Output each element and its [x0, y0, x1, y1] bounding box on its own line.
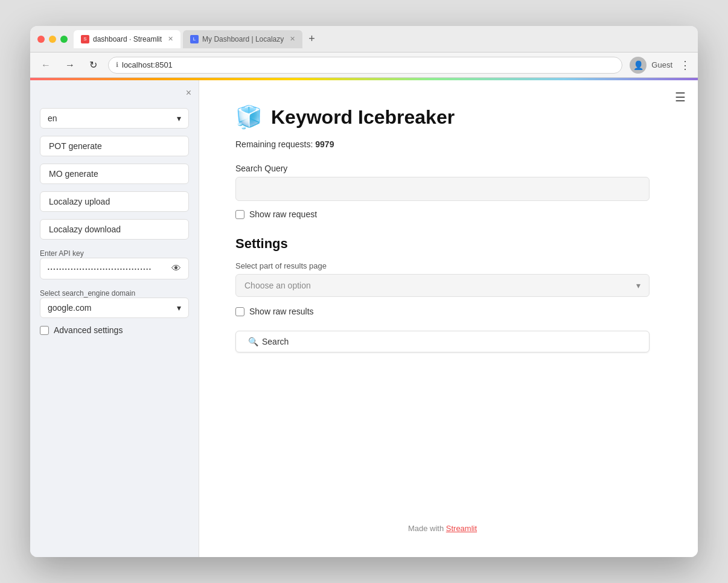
- search-query-label: Search Query: [235, 164, 650, 173]
- pot-generate-button[interactable]: POT generate: [40, 136, 189, 156]
- localazy-favicon: L: [190, 35, 199, 43]
- api-key-container: •••••••••••••••••••••••••••••••••••• 👁: [40, 258, 189, 279]
- new-tab-button[interactable]: +: [305, 33, 319, 45]
- footer-text: Made with: [408, 524, 444, 533]
- remaining-requests: Remaining requests: 9979: [235, 139, 650, 149]
- api-key-value: ••••••••••••••••••••••••••••••••••••: [48, 266, 152, 272]
- main-content: ☰ 🧊 Keyword Icebreaker Remaining request…: [199, 80, 698, 557]
- remaining-requests-prefix: Remaining requests:: [235, 139, 313, 149]
- language-value: en: [48, 113, 57, 123]
- show-raw-results-label: Show raw results: [249, 307, 314, 316]
- advanced-settings-checkbox[interactable]: [40, 326, 49, 335]
- choose-option-arrow-icon: ▾: [636, 281, 640, 290]
- domain-arrow-icon: ▾: [177, 303, 181, 313]
- localazy-upload-button[interactable]: Localazy upload: [40, 191, 189, 212]
- mo-generate-button[interactable]: MO generate: [40, 164, 189, 184]
- tab-localazy[interactable]: L My Dashboard | Localazy ✕: [183, 30, 302, 48]
- footer-link[interactable]: Streamlit: [446, 524, 477, 533]
- remaining-requests-value: 9979: [315, 139, 334, 149]
- advanced-settings-label: Advanced settings: [54, 325, 123, 335]
- domain-label: Select search_engine domain: [40, 289, 189, 298]
- streamlit-favicon: S: [81, 35, 89, 43]
- avatar: 👤: [630, 57, 647, 74]
- show-raw-results-checkbox[interactable]: [235, 307, 244, 316]
- minimize-traffic-light[interactable]: [49, 36, 56, 43]
- localazy-download-button[interactable]: Localazy download: [40, 219, 189, 240]
- language-arrow-icon: ▾: [177, 113, 181, 123]
- domain-select[interactable]: google.com ▾: [40, 298, 189, 318]
- show-raw-request-label: Show raw request: [249, 209, 317, 219]
- title-bar: S dashboard · Streamlit ✕ L My Dashboard…: [30, 26, 698, 53]
- back-button[interactable]: ←: [37, 59, 54, 72]
- profile-area: 👤 Guest: [630, 57, 672, 74]
- api-key-label: Enter API key: [40, 249, 189, 258]
- profile-label: Guest: [651, 60, 672, 69]
- forward-button[interactable]: →: [62, 59, 78, 72]
- search-query-input[interactable]: [235, 177, 650, 201]
- url-text: localhost:8501: [122, 60, 173, 69]
- page-title: Keyword Icebreaker: [271, 106, 455, 129]
- browser-menu-icon[interactable]: ⋮: [680, 59, 691, 72]
- reload-button[interactable]: ↻: [86, 58, 101, 72]
- show-raw-request-checkbox[interactable]: [235, 210, 244, 219]
- tab-localazy-label: My Dashboard | Localazy: [202, 35, 284, 43]
- api-key-section: Enter API key ••••••••••••••••••••••••••…: [40, 247, 189, 279]
- page-title-row: 🧊 Keyword Icebreaker: [235, 104, 650, 130]
- domain-section: Select search_engine domain google.com ▾: [40, 287, 189, 318]
- app-layout: × en ▾ POT generate MO generate Localazy…: [30, 80, 698, 557]
- eye-icon[interactable]: 👁: [171, 263, 181, 274]
- raw-request-row: Show raw request: [235, 209, 650, 219]
- raw-results-row: Show raw results: [235, 307, 650, 316]
- page-icon: 🧊: [235, 104, 263, 130]
- tabs-area: S dashboard · Streamlit ✕ L My Dashboard…: [74, 30, 691, 48]
- sidebar-close-button[interactable]: ×: [186, 88, 191, 98]
- lock-icon: ℹ: [116, 61, 118, 69]
- browser-window: S dashboard · Streamlit ✕ L My Dashboard…: [30, 26, 698, 557]
- advanced-settings-row[interactable]: Advanced settings: [40, 325, 189, 335]
- tab-streamlit[interactable]: S dashboard · Streamlit ✕: [74, 30, 180, 48]
- tab-streamlit-label: dashboard · Streamlit: [93, 35, 162, 43]
- language-select[interactable]: en ▾: [40, 108, 189, 129]
- choose-option-placeholder: Choose an option: [244, 281, 311, 290]
- sidebar: × en ▾ POT generate MO generate Localazy…: [30, 80, 199, 557]
- url-bar[interactable]: ℹ localhost:8501: [108, 57, 622, 74]
- domain-value: google.com: [48, 303, 91, 313]
- results-page-select[interactable]: Choose an option ▾: [235, 274, 650, 297]
- search-button-icon: 🔍: [248, 337, 258, 346]
- settings-title: Settings: [235, 236, 650, 252]
- app-wrapper: × en ▾ POT generate MO generate Localazy…: [30, 80, 698, 557]
- tab-localazy-close[interactable]: ✕: [290, 35, 295, 43]
- select-part-label: Select part of results page: [235, 261, 650, 270]
- tab-streamlit-close[interactable]: ✕: [168, 35, 173, 43]
- search-button-label: Search: [262, 337, 289, 346]
- hamburger-menu-icon[interactable]: ☰: [675, 90, 686, 104]
- address-bar: ← → ↻ ℹ localhost:8501 👤 Guest ⋮: [30, 53, 698, 78]
- maximize-traffic-light[interactable]: [60, 36, 68, 43]
- search-button[interactable]: 🔍 Search: [235, 331, 650, 352]
- traffic-lights: [37, 36, 68, 43]
- close-traffic-light[interactable]: [37, 36, 45, 43]
- footer: Made with Streamlit: [235, 500, 650, 533]
